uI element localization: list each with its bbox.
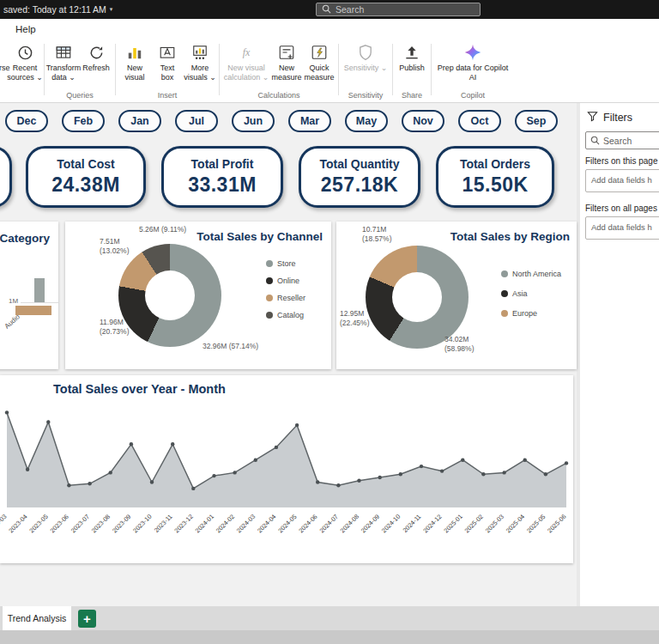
filters-header: Filters (587, 110, 632, 125)
legend-item-online[interactable]: Online (266, 276, 305, 285)
month-tab-may[interactable]: May (345, 110, 388, 132)
filters-search[interactable] (585, 131, 659, 149)
svg-text:2025-03: 2025-03 (484, 513, 505, 534)
ribbon-group-share: PublishShare (394, 40, 430, 102)
add-data-fields-dropzone[interactable]: Add data fields h (585, 216, 659, 240)
legend-item-asia[interactable]: Asia (501, 289, 561, 298)
data-label-north-america: 34.02M(58.98%) (444, 335, 475, 353)
legend-dot (501, 270, 508, 277)
channel-chart-card[interactable]: Total Sales by Channel 5.26M (9.11%)7.51… (65, 222, 331, 369)
ribbon-button-quick-measure[interactable]: Quickmeasure (304, 40, 335, 82)
month-tab-mar[interactable]: Mar (288, 110, 331, 132)
legend-dot (266, 295, 273, 301)
svg-text:2025-06: 2025-06 (546, 513, 567, 534)
kpi-card-partial[interactable] (0, 146, 12, 208)
ribbon-button-new-visual[interactable]: Newvisual (119, 40, 150, 82)
legend-item-europe[interactable]: Europe (501, 309, 561, 318)
ribbon-button-label: Refresh (82, 64, 110, 73)
ribbon-button-refresh[interactable]: Refresh (81, 40, 112, 73)
kpi-card-total-quantity[interactable]: Total Quantity257.18K (299, 146, 420, 208)
category-bar[interactable] (15, 306, 51, 315)
new-measure-icon (278, 42, 295, 63)
legend-label: Catalog (277, 311, 304, 319)
month-tab-dec[interactable]: Dec (5, 110, 48, 132)
svg-text:2024-11: 2024-11 (401, 513, 422, 534)
month-tab-jul[interactable]: Jul (175, 110, 218, 132)
svg-text:2025-01: 2025-01 (442, 513, 463, 534)
trend-chart-card[interactable]: Total Sales over Year - Month 2023-03202… (0, 375, 573, 563)
legend-item-store[interactable]: Store (266, 259, 305, 268)
ribbon-group-queries: Transformdata ⌄RefreshQueries (45, 40, 114, 102)
legend-dot (266, 260, 273, 267)
month-tab-jun[interactable]: Jun (232, 110, 275, 132)
legend-item-north-america[interactable]: North America (501, 270, 561, 278)
donut-total-sales-by-region[interactable] (366, 246, 469, 349)
ribbon-group-copilot: Prep data for CopilotAICopilot (432, 40, 513, 102)
kpi-value: 15.50K (462, 173, 528, 197)
region-chart-card[interactable]: Total Sales by Region 10.71M(18.57%)12.9… (336, 222, 577, 369)
donut-hole (392, 272, 442, 322)
svg-text:2025-05: 2025-05 (525, 513, 547, 534)
refresh-icon (88, 42, 105, 63)
menu-bar: Help (0, 19, 659, 39)
ribbon-button-more-visuals[interactable]: Morevisuals ⌄ (184, 40, 215, 82)
svg-text:2024-09: 2024-09 (360, 513, 381, 534)
kpi-card-total-orders[interactable]: Total Orders15.50K (436, 146, 554, 208)
new-page-button[interactable]: + (78, 610, 96, 628)
ribbon-button-label: Recentsources ⌄ (7, 64, 43, 82)
kpi-card-total-profit[interactable]: Total Profit33.31M (161, 146, 283, 208)
area-chart[interactable]: 2023-032023-042023-052023-062023-072023-… (0, 398, 573, 562)
month-tab-sep[interactable]: Sep (515, 110, 558, 132)
ribbon-group-label: Queries (66, 90, 94, 102)
kpi-value: 257.18K (321, 173, 398, 197)
legend-item-catalog[interactable]: Catalog (266, 311, 305, 319)
add-data-fields-dropzone[interactable]: Add data fields h (585, 169, 659, 192)
caret-down-icon: ▾ (110, 6, 113, 13)
ribbon-button-new-measure[interactable]: Newmeasure (271, 40, 302, 82)
ribbon-button-label: Morevisuals ⌄ (184, 64, 216, 82)
filters-pane: Filters Filters on this pageAdd data fie… (580, 103, 659, 606)
kpi-card-total-cost[interactable]: Total Cost24.38M (26, 146, 146, 208)
new-visual-icon (126, 42, 143, 63)
legend-label: Reseller (277, 294, 305, 302)
page-tab-trend-analysis[interactable]: Trend Analysis (3, 606, 71, 630)
search-icon (322, 2, 331, 17)
filters-search-input[interactable] (603, 136, 655, 146)
ribbon-button-label: Textbox (160, 64, 175, 82)
svg-text:2024-01: 2024-01 (194, 513, 215, 534)
dataverse-icon (0, 42, 1, 63)
powerbi-window: saved: Today at 12:11 AM ▾ Help Datavers… (0, 0, 659, 644)
svg-text:2025-02: 2025-02 (463, 513, 485, 534)
ribbon-button-publish[interactable]: Publish (396, 40, 427, 73)
ribbon-group-separator (431, 44, 432, 95)
data-label-catalog: 5.26M (9.11%) (139, 225, 186, 234)
category-bar[interactable] (34, 278, 45, 302)
autosave-status[interactable]: saved: Today at 12:11 AM ▾ (3, 4, 112, 15)
ribbon-button-label: Transformdata ⌄ (46, 64, 82, 82)
ribbon-button-transform-data[interactable]: Transformdata ⌄ (48, 40, 79, 82)
quick-measure-icon (311, 42, 328, 63)
month-tab-jan[interactable]: Jan (118, 110, 161, 132)
global-search[interactable] (316, 3, 481, 16)
legend-label: Online (277, 276, 299, 285)
month-tab-oct[interactable]: Oct (458, 110, 501, 132)
donut-total-sales-by-channel[interactable] (118, 244, 221, 347)
svg-text:2023-08: 2023-08 (90, 513, 112, 534)
svg-text:2025-04: 2025-04 (505, 513, 526, 534)
legend-item-reseller[interactable]: Reseller (266, 294, 305, 302)
global-search-input[interactable] (336, 4, 464, 15)
category-axis-label: 1M (9, 297, 18, 305)
clock-icon (17, 42, 33, 63)
month-tab-feb[interactable]: Feb (62, 110, 105, 132)
ribbon-button-label: Newmeasure (271, 64, 301, 82)
ribbon-group-separator (44, 44, 45, 95)
month-tab-nov[interactable]: Nov (402, 110, 444, 132)
menu-help[interactable]: Help (15, 24, 36, 34)
transform-icon (55, 42, 72, 63)
svg-text:2024-06: 2024-06 (297, 513, 318, 534)
category-chart-card[interactable]: Total Sales by Category 1M Audio (0, 222, 58, 369)
ribbon-button-prep-data-for-copilot-ai[interactable]: Prep data for CopilotAI (435, 40, 511, 82)
ribbon-button-text-box[interactable]: Textbox (152, 40, 183, 82)
ribbon-button-recent-sources[interactable]: Recentsources ⌄ (9, 40, 40, 82)
ribbon-group-label: Copilot (461, 90, 485, 102)
